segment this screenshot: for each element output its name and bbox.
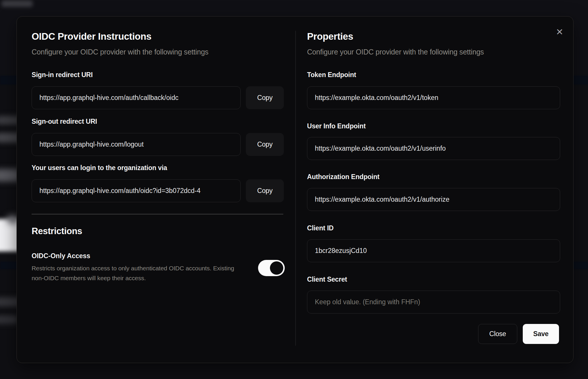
sign-out-redirect-input[interactable] — [32, 133, 241, 156]
oidc-settings-dialog: ✕ OIDC Provider Instructions Configure y… — [17, 16, 574, 363]
copy-sign-out-uri-button[interactable]: Copy — [246, 133, 284, 156]
properties-title: Properties — [307, 31, 353, 42]
oidc-only-access-toggle[interactable] — [258, 260, 285, 276]
page-root: { "colors": { "modal_background": "#0b0b… — [0, 0, 588, 379]
copy-login-url-button[interactable]: Copy — [246, 179, 284, 202]
oidc-only-access-description: Restricts organization access to only au… — [32, 263, 246, 283]
oidc-only-access-label: OIDC-Only Access — [32, 252, 90, 260]
sign-in-redirect-input[interactable] — [32, 86, 241, 109]
background-blurred-text — [0, 315, 19, 324]
sign-out-redirect-label: Sign-out redirect URI — [32, 118, 97, 125]
close-button[interactable]: Close — [478, 324, 517, 344]
user-info-endpoint-label: User Info Endpoint — [307, 122, 366, 130]
client-id-label: Client ID — [307, 224, 333, 232]
instructions-title: OIDC Provider Instructions — [32, 31, 151, 42]
toggle-thumb — [270, 261, 283, 275]
client-secret-label: Client Secret — [307, 276, 347, 283]
sign-in-redirect-label: Sign-in redirect URI — [32, 71, 93, 79]
instructions-subtitle: Configure your OIDC provider with the fo… — [32, 48, 208, 56]
copy-sign-in-uri-button[interactable]: Copy — [246, 86, 284, 109]
section-divider — [32, 214, 283, 214]
login-via-input[interactable] — [32, 179, 241, 202]
token-endpoint-input[interactable] — [307, 86, 560, 109]
client-secret-input[interactable] — [307, 291, 560, 314]
user-info-endpoint-input[interactable] — [307, 137, 560, 160]
client-id-input[interactable] — [307, 239, 560, 262]
login-via-label: Your users can login to the organization… — [32, 164, 167, 172]
properties-subtitle: Configure your OIDC provider with the fo… — [307, 48, 484, 56]
restrictions-title: Restrictions — [32, 226, 82, 236]
column-divider — [295, 31, 296, 346]
token-endpoint-label: Token Endpoint — [307, 71, 356, 79]
background-blurred-logo — [1, 0, 33, 7]
authorization-endpoint-label: Authorization Endpoint — [307, 173, 380, 181]
close-icon[interactable]: ✕ — [552, 25, 567, 40]
authorization-endpoint-input[interactable] — [307, 188, 560, 211]
save-button[interactable]: Save — [523, 324, 559, 344]
